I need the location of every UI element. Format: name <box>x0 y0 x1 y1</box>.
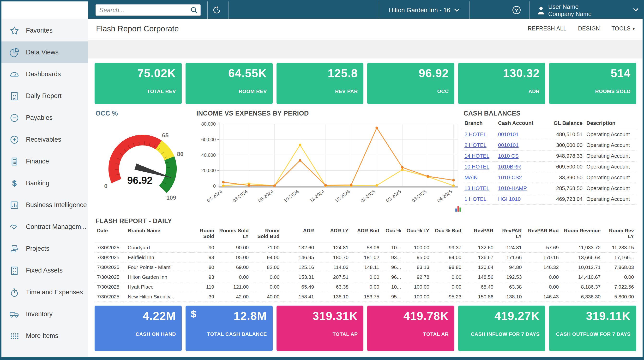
kpi-card-cash-on-hand[interactable]: 4.22MCASH ON HAND <box>94 306 182 351</box>
flash-column-adr-bud: ADR Bud <box>351 227 382 243</box>
sidebar-item-inventory[interactable]: Inventory <box>2 303 88 325</box>
kpi-card-adr[interactable]: 130.32ADR <box>458 63 545 104</box>
branch-link[interactable]: 10 HOTEL <box>464 164 490 170</box>
flash-cell: 10,012.71 <box>561 262 603 272</box>
refresh-all-button[interactable]: REFRESH ALL <box>528 25 566 32</box>
dollar-icon: $ <box>9 178 20 189</box>
svg-text:09-2024: 09-2024 <box>257 189 274 203</box>
sidebar-item-data-views[interactable]: Data Views <box>2 41 88 63</box>
kpi-label: CASH OUTFLOW FOR 7 DAYS <box>555 331 630 337</box>
company-selector[interactable]: Hilton Garden Inn - 16 <box>379 1 470 19</box>
kpi-value: 125.8 <box>282 67 358 80</box>
cash-account-link[interactable]: 1010-CS2 <box>498 175 522 180</box>
kpi-card-room-rev[interactable]: 64.55KROOM REV <box>186 63 273 104</box>
logo-area <box>2 1 88 19</box>
cash-account-link[interactable]: 1010-HAMP <box>498 185 527 191</box>
minus-circle-icon <box>9 113 20 123</box>
kpi-card-cash-inflow-for-7-days[interactable]: 419.27KCASH INFLOW FOR 7 DAYS <box>458 306 545 351</box>
flash-cell: 0.00 <box>216 272 251 282</box>
divider <box>470 1 470 19</box>
flash-cell: 124.81 <box>316 243 351 253</box>
sidebar-item-label: Banking <box>26 180 50 187</box>
stopwatch-icon <box>9 287 20 298</box>
kpi-value: 75.02K <box>100 67 176 80</box>
flash-cell: 40.00 <box>251 292 282 302</box>
kpi-card-cash-outflow-for-7-days[interactable]: 319.11KCASH OUTFLOW FOR 7 DAYS <box>549 306 636 351</box>
cash-balances-title: CASH BALANCES <box>464 110 636 117</box>
branch-link[interactable]: MAIN <box>464 175 478 180</box>
kpi-card-rooms-sold[interactable]: 514ROOMS SOLD <box>549 63 636 104</box>
kpi-card-total-ar[interactable]: 419.78KTOTAL AR <box>367 306 454 351</box>
sidebar-item-label: Contract Managem... <box>26 223 86 231</box>
cash-account-link[interactable]: 1010BRR <box>498 164 521 170</box>
design-button[interactable]: DESIGN <box>578 25 600 32</box>
sidebar-item-time-and-expenses[interactable]: Time and Expenses <box>2 281 88 303</box>
cash-row: 13 HOTEL1010-HAMP285,768.50Operating Acc… <box>462 183 636 194</box>
kpi-card-occ[interactable]: 96.92OCC <box>367 63 454 104</box>
svg-text:80,000: 80,000 <box>202 121 216 127</box>
session-timer-icon[interactable] <box>212 5 221 15</box>
sidebar-item-payables[interactable]: Payables <box>2 107 88 129</box>
branch-link[interactable]: 13 HOTEL <box>464 185 490 191</box>
sidebar-item-business-intelligence[interactable]: Business Intelligence <box>2 194 88 216</box>
cash-account-link[interactable]: 0010101 <box>498 131 519 137</box>
flash-cell: 8,186.37 <box>561 282 603 292</box>
account-chevron-down-icon[interactable] <box>633 8 639 11</box>
kpi-value: 419.27K <box>464 309 540 323</box>
chart-type-icon[interactable] <box>455 205 462 212</box>
table-row: 7/30/2025Hilton Garden Inn930.000.00153.… <box>94 272 636 282</box>
flash-cell: 94.00 <box>251 253 282 262</box>
kpi-card-total-ap[interactable]: 319.31KTOTAL AP <box>276 306 364 351</box>
app-window: Hilton Garden Inn - 16 ? User Name Compa… <box>0 0 644 360</box>
cash-account-link[interactable]: 0010101 <box>498 142 519 148</box>
cash-account-link[interactable]: HGI 1010 <box>498 196 520 202</box>
sidebar-item-finance[interactable]: Finance <box>2 151 88 172</box>
search-icon[interactable] <box>190 6 198 14</box>
cash-cell: MAIN <box>462 172 496 183</box>
tools-button[interactable]: TOOLS ▾ <box>611 25 635 32</box>
cash-cell: 300,000.00 <box>541 140 584 151</box>
grid-icon <box>9 331 20 341</box>
flash-column-revpar: RevPAR <box>464 227 496 243</box>
kpi-label: ROOM REV <box>191 88 267 94</box>
kpi-card-total-cash-balance[interactable]: $12.8MTOTAL CASH BALANCE <box>186 306 273 351</box>
flash-cell: Hyatt Place <box>125 282 192 292</box>
svg-text:08-2024: 08-2024 <box>232 189 249 203</box>
flash-column-room-sold-bud: Room Sold Bud <box>251 227 282 243</box>
sidebar-item-receivables[interactable]: Receivables <box>2 129 88 151</box>
cash-account-link[interactable]: 1010 CS <box>498 153 519 159</box>
help-icon[interactable]: ? <box>512 5 521 15</box>
sidebar-item-dashboards[interactable]: Dashboards <box>2 63 88 85</box>
svg-text:65: 65 <box>162 132 168 139</box>
user-menu[interactable]: User Name Company Name <box>537 3 592 17</box>
flash-report-table: DateBranch NameRoom SoldRooms Sold LYRoo… <box>94 227 636 302</box>
sidebar-item-fixed-assets[interactable]: Fixed Assets <box>2 260 88 281</box>
sidebar-item-projects[interactable]: Projects <box>2 238 88 260</box>
svg-text:40,000: 40,000 <box>202 153 216 158</box>
search-input[interactable] <box>96 6 190 14</box>
flash-column-room-rev-ly: Room Rev LY <box>603 227 636 243</box>
handshake-icon <box>9 222 20 232</box>
sidebar-item-more-items[interactable]: More Items <box>2 325 88 347</box>
branch-link[interactable]: 2 HOTEL <box>464 131 486 137</box>
sidebar-item-contract-managem[interactable]: Contract Managem... <box>2 216 88 238</box>
cash-row: 10 HOTEL1010BRR609,500.00Operating Accou… <box>462 162 636 172</box>
sidebar-item-daily-report[interactable]: Daily Report <box>2 85 88 107</box>
kpi-card-rev-par[interactable]: 125.8REV PAR <box>276 63 364 104</box>
sidebar-item-banking[interactable]: $Banking <box>2 172 88 194</box>
flash-cell: 65.49 <box>282 282 316 292</box>
flash-cell: 93 <box>192 272 217 282</box>
cash-cell: 14 HOTEL <box>462 151 496 162</box>
flash-column-occ: Occ % <box>382 227 403 243</box>
branch-link[interactable]: 1 HOTEL <box>464 196 486 202</box>
sidebar-item-favorites[interactable]: Favorites <box>2 20 88 41</box>
sidebar-item-label: Payables <box>26 114 52 122</box>
branch-link[interactable]: 14 HOTEL <box>464 153 490 159</box>
cash-cell: HGI 1010 <box>496 194 541 205</box>
kpi-label: CASH ON HAND <box>100 331 176 337</box>
branch-link[interactable]: 2 HOTEL <box>464 142 486 148</box>
cash-row: 2 HOTEL0010101480,510.51Operating Accoun… <box>462 129 636 140</box>
flash-cell: Hilton Garden Inn <box>125 272 192 282</box>
kpi-card-total-rev[interactable]: 75.02KTOTAL REV <box>94 63 182 104</box>
cash-row: 14 HOTEL1010 CS948,978.33Operating Accou… <box>462 151 636 162</box>
